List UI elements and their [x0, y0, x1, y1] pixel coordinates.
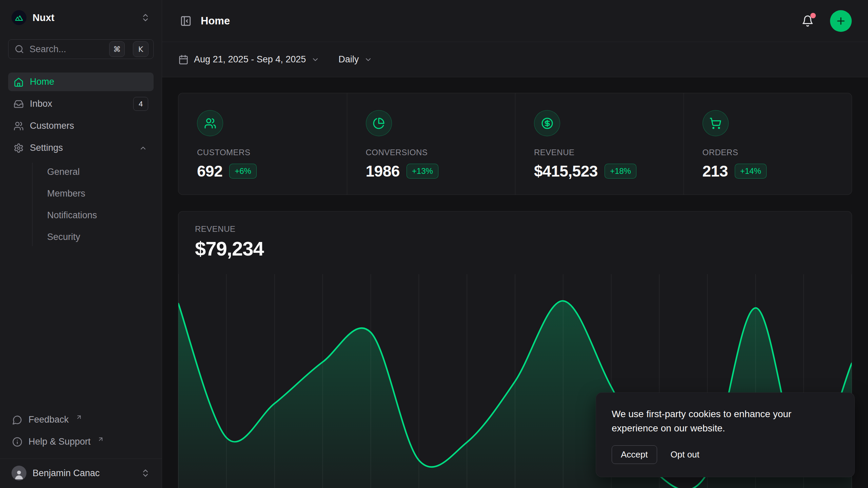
search-input[interactable]: Search... ⌘ K	[8, 39, 154, 59]
user-menu[interactable]: Benjamin Canac	[8, 459, 154, 488]
kbd-k: K	[133, 41, 149, 57]
info-icon	[12, 437, 22, 447]
revenue-panel-label: REVENUE	[195, 224, 852, 234]
kbd-meta: ⌘	[109, 41, 125, 57]
nuxt-logo-icon	[12, 10, 26, 25]
search-placeholder: Search...	[29, 44, 104, 55]
main-area: Home Aug 21, 2025 - Sep 4, 2025 Daily	[162, 0, 868, 488]
stats-row: CUSTOMERS 692 +6% CONVERSIONS 1986 +13%	[178, 93, 852, 195]
cookie-message: We use first-party cookies to enhance yo…	[612, 407, 839, 435]
stat-value: $415,523	[534, 162, 598, 180]
stat-value: 213	[703, 162, 728, 180]
sidebar-item-settings[interactable]: Settings	[8, 139, 154, 157]
sidebar-item-home[interactable]: Home	[8, 73, 154, 91]
workspace-name: Nuxt	[33, 12, 135, 23]
inbox-unread-badge: 4	[133, 97, 148, 111]
sidebar-nav: Home Inbox 4 Customers Settings General …	[8, 73, 154, 246]
topbar: Home	[162, 0, 868, 42]
panel-left-close-icon	[180, 15, 192, 27]
stat-delta-badge: +13%	[407, 164, 438, 179]
chevrons-up-down-icon	[141, 13, 150, 22]
sidebar-item-members[interactable]: Members	[44, 184, 154, 203]
stat-conversions[interactable]: CONVERSIONS 1986 +13%	[347, 93, 515, 195]
stat-delta-badge: +18%	[605, 164, 636, 179]
plus-icon	[835, 16, 846, 26]
sidebar-item-label: Inbox	[30, 99, 127, 109]
sidebar-footer: Feedback Help & Support	[8, 410, 154, 456]
help-support-link[interactable]: Help & Support	[8, 432, 154, 451]
dashboard-content: CUSTOMERS 692 +6% CONVERSIONS 1986 +13%	[162, 77, 868, 488]
stat-label: CUSTOMERS	[197, 148, 347, 157]
sidebar-item-customers[interactable]: Customers	[8, 117, 154, 135]
settings-subnav: General Members Notifications Security	[32, 163, 154, 246]
stat-label: ORDERS	[703, 148, 852, 157]
sidebar: Nuxt Search... ⌘ K Home Inbox 4 Customer…	[0, 0, 162, 488]
stat-label: REVENUE	[534, 148, 684, 157]
sidebar-item-general[interactable]: General	[44, 163, 154, 181]
sidebar-item-label: Home	[30, 77, 148, 87]
stat-delta-badge: +14%	[735, 164, 767, 179]
message-circle-icon	[12, 415, 22, 425]
gear-icon	[14, 143, 24, 153]
sidebar-item-label: Customers	[30, 121, 148, 131]
calendar-icon	[178, 55, 189, 65]
stat-value: 1986	[366, 162, 400, 180]
stat-revenue[interactable]: REVENUE $415,523 +18%	[515, 93, 684, 195]
sidebar-item-security[interactable]: Security	[44, 228, 154, 246]
sidebar-spacer	[8, 246, 154, 410]
footer-item-label: Help & Support	[28, 436, 91, 447]
unread-notification-dot	[810, 13, 816, 18]
add-button[interactable]	[830, 10, 852, 32]
granularity-value: Daily	[338, 54, 359, 65]
avatar	[12, 466, 26, 481]
pie-chart-icon	[373, 117, 385, 129]
page-title: Home	[201, 15, 791, 27]
users-icon	[204, 117, 216, 129]
sidebar-item-inbox[interactable]: Inbox 4	[8, 95, 154, 113]
external-link-arrow-icon	[76, 414, 82, 421]
granularity-select[interactable]: Daily	[338, 54, 372, 65]
stat-label: CONVERSIONS	[366, 148, 515, 157]
stat-customers[interactable]: CUSTOMERS 692 +6%	[178, 93, 347, 195]
sidebar-collapse-button[interactable]	[178, 14, 193, 28]
circle-dollar-icon	[541, 117, 553, 129]
user-name: Benjamin Canac	[33, 468, 135, 479]
search-icon	[15, 44, 24, 54]
inbox-icon	[14, 99, 24, 109]
sidebar-item-label: Settings	[30, 143, 132, 153]
stat-delta-badge: +6%	[229, 164, 257, 179]
optout-cookies-button[interactable]: Opt out	[671, 449, 699, 460]
date-range-picker[interactable]: Aug 21, 2025 - Sep 4, 2025	[178, 54, 319, 65]
revenue-panel-value: $79,234	[195, 237, 852, 260]
chevrons-up-down-icon	[141, 468, 150, 478]
sidebar-item-notifications[interactable]: Notifications	[44, 206, 154, 224]
toolbar: Aug 21, 2025 - Sep 4, 2025 Daily	[162, 42, 868, 77]
footer-item-label: Feedback	[28, 414, 69, 425]
chevron-up-icon	[138, 144, 148, 152]
external-link-arrow-icon	[97, 436, 104, 443]
date-range-value: Aug 21, 2025 - Sep 4, 2025	[194, 54, 306, 65]
shopping-cart-icon	[709, 117, 722, 129]
notifications-button[interactable]	[799, 12, 816, 30]
cookie-consent-toast: We use first-party cookies to enhance yo…	[596, 392, 855, 477]
accept-cookies-button[interactable]: Accept	[612, 445, 657, 464]
workspace-switcher[interactable]: Nuxt	[8, 7, 154, 28]
chevron-down-icon	[364, 56, 372, 64]
stat-value: 692	[197, 162, 222, 180]
home-icon	[14, 77, 24, 87]
app-window: Nuxt Search... ⌘ K Home Inbox 4 Customer…	[0, 0, 868, 488]
feedback-link[interactable]: Feedback	[8, 410, 154, 429]
stat-orders[interactable]: ORDERS 213 +14%	[684, 93, 852, 195]
chevron-down-icon	[311, 56, 319, 64]
users-icon	[14, 121, 24, 131]
